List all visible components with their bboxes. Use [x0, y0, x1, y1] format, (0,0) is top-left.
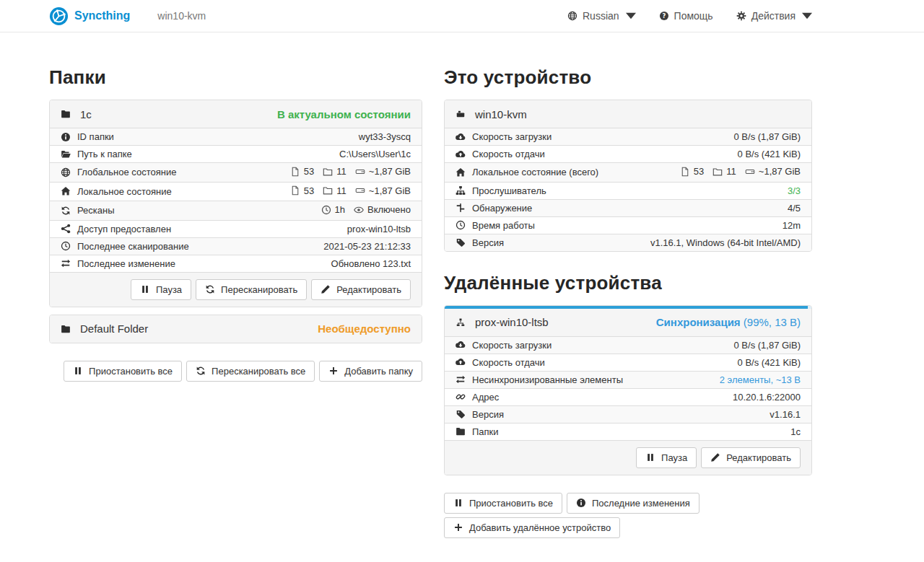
row-value-seg: 0 B/s (421 KiB): [738, 149, 801, 159]
plus-icon: [453, 522, 463, 532]
row-label: Скорость загрузки: [472, 340, 552, 351]
table-row: Ресканы1hВключено: [50, 201, 422, 221]
button-label: Редактировать: [726, 452, 791, 463]
button-label: Пауза: [661, 452, 687, 463]
row-label: Адрес: [472, 392, 499, 403]
pencil-icon: [321, 284, 331, 294]
row-value: v1.16.1: [682, 405, 811, 423]
rescan-all-folders-button[interactable]: Пересканировать все: [186, 361, 315, 382]
folder-o-icon: [323, 167, 333, 177]
row-label: Последнее сканирование: [77, 241, 189, 252]
table-row: Локальное состояние (всего)5311~1,87 GiB: [445, 163, 811, 183]
navbar-menu: Russian?ПомощьДействия: [567, 10, 812, 22]
chevron-down-icon: [802, 11, 812, 21]
row-label: Ресканы: [77, 205, 115, 216]
row-label: Время работы: [472, 220, 535, 231]
row-value-seg: 1c: [790, 426, 801, 437]
row-value: 1c: [682, 423, 811, 440]
pause-all-folders-button[interactable]: Приостановить все: [64, 361, 182, 382]
help-item[interactable]: ?Помощь: [659, 10, 713, 22]
row-label: Версия: [472, 237, 504, 248]
folder-o-icon: [712, 167, 723, 177]
remote-device-icon: [456, 317, 466, 328]
row-value: 10.20.1.6:22000: [682, 388, 811, 405]
folders-heading: Папки: [49, 66, 422, 89]
button-label: Пересканировать все: [212, 366, 305, 377]
row-value: 5311~1,87 GiB: [240, 163, 422, 183]
folders-actions-row: Приостановить всеПересканировать всеДоба…: [49, 361, 422, 382]
remote-device-status: Синхронизация (99%, 13 B): [656, 316, 801, 328]
row-value: 2021-05-23 21:12:33: [240, 237, 422, 255]
row-value-seg: 53: [290, 166, 314, 177]
eye-icon: [354, 205, 364, 215]
table-row: Путь к папкеC:\Users\User\1c: [50, 146, 422, 163]
rescan-folder-button[interactable]: Пересканировать: [196, 279, 307, 300]
brand-label: Syncthing: [74, 9, 130, 22]
syncthing-logo-icon: [49, 6, 69, 26]
cloud-down-icon: [456, 132, 466, 142]
refresh-icon: [196, 366, 206, 376]
file-icon: [290, 185, 300, 196]
row-label: ID папки: [77, 131, 114, 142]
edit-device-button[interactable]: Редактировать: [701, 447, 801, 468]
add-remote-device-button[interactable]: Добавить удалённое устройство: [444, 517, 620, 538]
row-value: prox-win10-ltsb: [240, 220, 422, 237]
row-value: Обновлено 123.txt: [240, 255, 422, 272]
add-folder-button[interactable]: Добавить папку: [319, 361, 422, 382]
pencil-icon: [710, 452, 720, 462]
row-value-seg: v1.16.1: [770, 409, 801, 420]
pause-icon: [453, 498, 463, 508]
link-icon: [456, 392, 466, 402]
row-value: 12m: [624, 216, 811, 234]
tag-icon: [456, 237, 466, 247]
syncthing-brand[interactable]: Syncthing: [49, 6, 130, 26]
row-value-seg: 53: [680, 166, 704, 177]
row-label: Доступ предоставлен: [77, 224, 171, 234]
button-label: Добавить папку: [344, 366, 413, 377]
row-label: Локальное состояние (всего): [472, 167, 598, 177]
table-row: Скорость отдачи0 B/s (421 KiB): [445, 146, 811, 163]
this-device-detail-table: Скорость загрузки0 B/s (1,87 GiB)Скорост…: [445, 128, 811, 251]
edit-folder-button[interactable]: Редактировать: [311, 279, 411, 300]
row-value-seg: 0 B/s (1,87 GiB): [734, 340, 801, 351]
main-content: Папки 1c В актуальном состоянии ID папки…: [0, 32, 924, 560]
table-row: Локальное состояние5311~1,87 GiB: [50, 182, 422, 201]
pause-folder-button[interactable]: Пауза: [131, 279, 191, 300]
row-label: Последнее изменение: [77, 258, 175, 269]
button-label: Приостановить все: [469, 498, 553, 509]
row-value: 0 B/s (1,87 GiB): [682, 336, 811, 354]
row-value-seg: 0 B/s (421 KiB): [738, 357, 801, 368]
pause-all-devices-button[interactable]: Приостановить все: [444, 493, 562, 514]
actions-dropdown[interactable]: Действия: [736, 10, 812, 22]
question-icon: ?: [659, 11, 669, 21]
recent-changes-button[interactable]: Последние изменения: [567, 493, 699, 514]
row-value-seg: ~1,87 GiB: [355, 166, 411, 177]
cloud-down-icon: [456, 340, 466, 350]
pause-device-button[interactable]: Пауза: [636, 447, 697, 468]
table-row: Адрес10.20.1.6:22000: [445, 388, 811, 405]
row-value: 2 элементы, ~13 B: [682, 371, 811, 388]
clock-icon: [456, 220, 466, 230]
this-device-panel-heading[interactable]: win10-kvm: [445, 100, 811, 128]
row-value-seg[interactable]: 2 элементы, ~13 B: [720, 374, 801, 385]
default-folder-panel-heading[interactable]: Default Folder Необщедоступно: [50, 315, 422, 343]
folder-panel-heading[interactable]: 1c В актуальном состоянии: [50, 100, 422, 128]
remote-device-panel-heading[interactable]: prox-win10-ltsb Синхронизация (99%, 13 B…: [445, 309, 811, 336]
language-dropdown[interactable]: Russian: [567, 10, 636, 22]
remote-devices-actions-row: Приостановить всеПоследние измененияДоба…: [444, 493, 812, 538]
row-value: 0 B/s (421 KiB): [682, 354, 811, 371]
button-label: Последние изменения: [592, 498, 690, 509]
folder-detail-table: ID папкиwyt33-3yscqПуть к папкеC:\Users\…: [50, 128, 422, 272]
refresh-icon: [61, 206, 71, 216]
table-row: Скорость загрузки0 B/s (1,87 GiB): [445, 128, 811, 146]
remote-device-panel: prox-win10-ltsb Синхронизация (99%, 13 B…: [444, 305, 812, 475]
row-value: 3/3: [624, 182, 811, 199]
remote-devices-heading: Удалённые устройства: [444, 272, 812, 294]
button-label: Пересканировать: [221, 284, 297, 295]
share-icon: [61, 224, 71, 234]
home-icon: [456, 167, 466, 177]
row-label: Путь к папке: [77, 149, 132, 159]
row-value: wyt33-3yscq: [240, 128, 422, 146]
home-icon: [61, 186, 71, 196]
folder-panel-footer: ПаузаПересканироватьРедактировать: [50, 272, 422, 307]
